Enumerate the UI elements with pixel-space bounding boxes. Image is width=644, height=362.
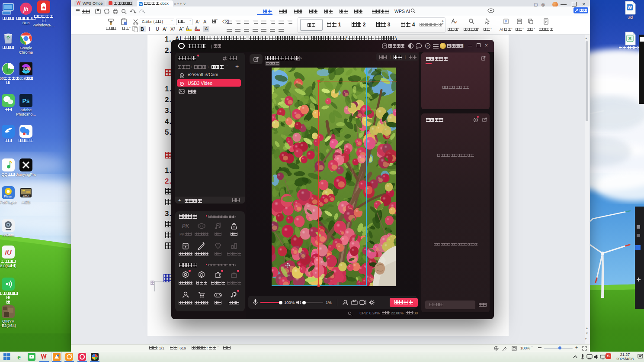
svg-text:?: ? [427, 44, 429, 48]
svg-text:e: e [6, 65, 10, 74]
svg-text:iU: iU [5, 249, 12, 256]
svg-text:e: e [42, 5, 45, 10]
svg-text:W: W [628, 5, 632, 10]
svg-text:AIZB-3: AIZB-3 [22, 195, 29, 197]
svg-text:PK: PK [182, 223, 190, 229]
svg-text:Player: Player [4, 195, 13, 198]
svg-text:e: e [17, 353, 21, 361]
svg-text:S: S [628, 36, 631, 41]
svg-text:jh: jh [22, 6, 29, 13]
svg-text:Ps: Ps [22, 97, 29, 104]
svg-text:OBS: OBS [23, 68, 29, 71]
